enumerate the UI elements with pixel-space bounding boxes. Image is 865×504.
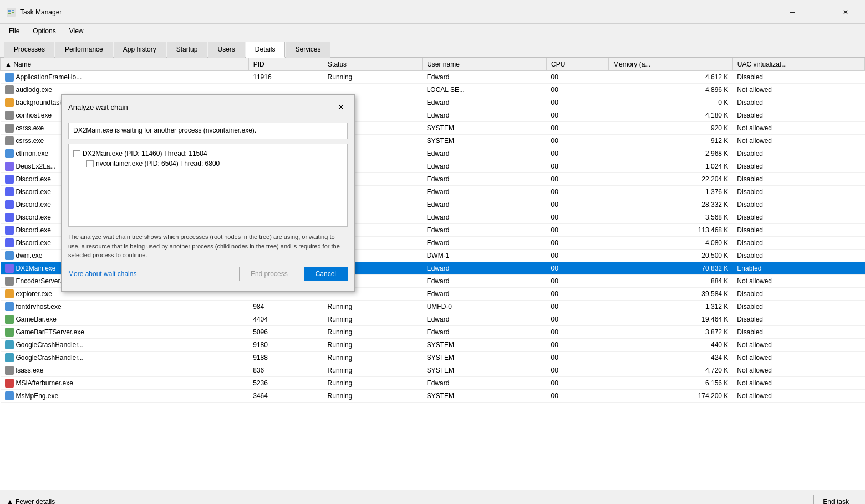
modal-title-bar: Analyze wait chain ✕ (62, 95, 354, 118)
analyze-wait-chain-dialog: Analyze wait chain ✕ DX2Main.exe is wait… (61, 94, 355, 292)
tree-checkbox-root[interactable] (73, 150, 80, 157)
tree-item-root: DX2Main.exe (PID: 11460) Thread: 11504 (73, 149, 343, 159)
tree-item-child: nvcontainer.exe (PID: 6504) Thread: 6800 (86, 159, 343, 169)
end-process-button[interactable]: End process (239, 267, 299, 281)
more-about-wait-chains-link[interactable]: More about wait chains (68, 270, 136, 278)
modal-body: DX2Main.exe is waiting for another proce… (62, 118, 354, 291)
modal-message: DX2Main.exe is waiting for another proce… (68, 123, 348, 139)
tree-checkbox-child[interactable] (86, 160, 94, 167)
modal-footer: More about wait chains End process Cance… (68, 267, 348, 287)
modal-title: Analyze wait chain (68, 103, 128, 111)
cancel-button[interactable]: Cancel (304, 267, 348, 281)
tree-label-child: nvcontainer.exe (PID: 6504) Thread: 6800 (96, 160, 220, 167)
modal-overlay: Analyze wait chain ✕ DX2Main.exe is wait… (0, 0, 865, 504)
tree-label-root: DX2Main.exe (PID: 11460) Thread: 11504 (83, 150, 207, 157)
modal-close-button[interactable]: ✕ (334, 100, 348, 114)
modal-description: The analyze wait chain tree shows which … (68, 232, 348, 260)
modal-buttons: End process Cancel (239, 267, 348, 281)
modal-tree-area: DX2Main.exe (PID: 11460) Thread: 11504 n… (68, 144, 348, 227)
